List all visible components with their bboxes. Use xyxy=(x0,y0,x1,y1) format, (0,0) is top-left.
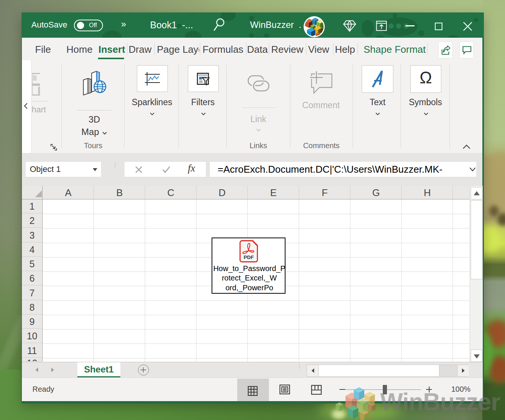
svg-text:PDF: PDF xyxy=(244,254,254,260)
svg-text:WinBuzzer: WinBuzzer xyxy=(380,388,500,415)
